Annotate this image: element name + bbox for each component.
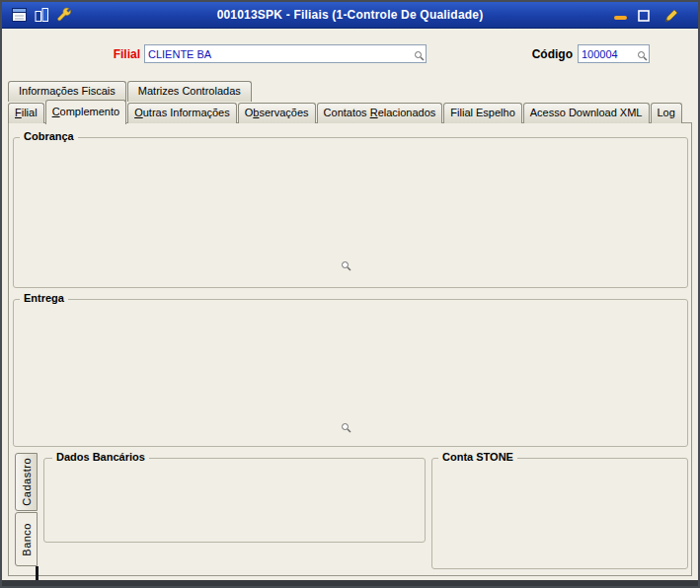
top-tab-row: Informações Fiscais Matrizes Controladas (8, 79, 252, 102)
filial-label: Filial (91, 45, 140, 63)
filial-input[interactable] (144, 44, 427, 63)
entrega-title: Entrega (20, 292, 68, 304)
tab-observacoes[interactable]: Observações (238, 103, 316, 123)
dados-bancarios-group: Dados Bancários (43, 458, 426, 543)
conta-stone-title: Conta STONE (438, 451, 517, 463)
side-tab-cadastro-label: Cadastro (21, 458, 33, 506)
tab-complemento[interactable]: Complemento (45, 100, 127, 124)
main-tab-row: Filial Complemento Outras Informações Ob… (8, 101, 682, 123)
title-bar: 001013SPK - Filiais (1-Controle De Quali… (2, 2, 698, 29)
tab-acesso-download-xml[interactable]: Acesso Download XML (523, 103, 650, 123)
app-window: 001013SPK - Filiais (1-Controle De Quali… (0, 0, 700, 588)
window-bottom-frame (0, 580, 700, 588)
entrega-pais-lookup-icon[interactable] (341, 422, 351, 433)
minimize-icon[interactable] (614, 16, 627, 20)
tab-outras-informacoes[interactable]: Outras Informações (127, 103, 237, 123)
dados-bancarios-title: Dados Bancários (52, 451, 149, 463)
tab-informacoes-fiscais[interactable]: Informações Fiscais (8, 81, 126, 102)
tab-log[interactable]: Log (651, 103, 682, 123)
filial-lookup-icon[interactable] (414, 50, 425, 61)
restore-icon[interactable] (638, 10, 650, 24)
side-tab-banco[interactable]: Banco (15, 512, 38, 566)
cobranca-pais-lookup-icon[interactable] (341, 260, 351, 271)
codigo-lookup-icon[interactable] (637, 50, 648, 61)
edit-pencil-icon[interactable] (661, 6, 681, 28)
tab-filial[interactable]: Filial (8, 103, 44, 123)
conta-stone-group: Conta STONE (431, 458, 688, 569)
side-tab-banco-label: Banco (21, 523, 33, 556)
window-title: 001013SPK - Filiais (1-Controle De Quali… (2, 8, 698, 22)
tab-matrizes-controladas[interactable]: Matrizes Controladas (127, 81, 252, 102)
tab-contatos-relacionados[interactable]: Contatos Relacionados (317, 103, 443, 123)
cobranca-title: Cobrança (20, 130, 78, 142)
side-tab-cadastro[interactable]: Cadastro (15, 453, 38, 511)
codigo-label: Código (517, 45, 573, 63)
tab-filial-espelho[interactable]: Filial Espelho (443, 103, 521, 123)
